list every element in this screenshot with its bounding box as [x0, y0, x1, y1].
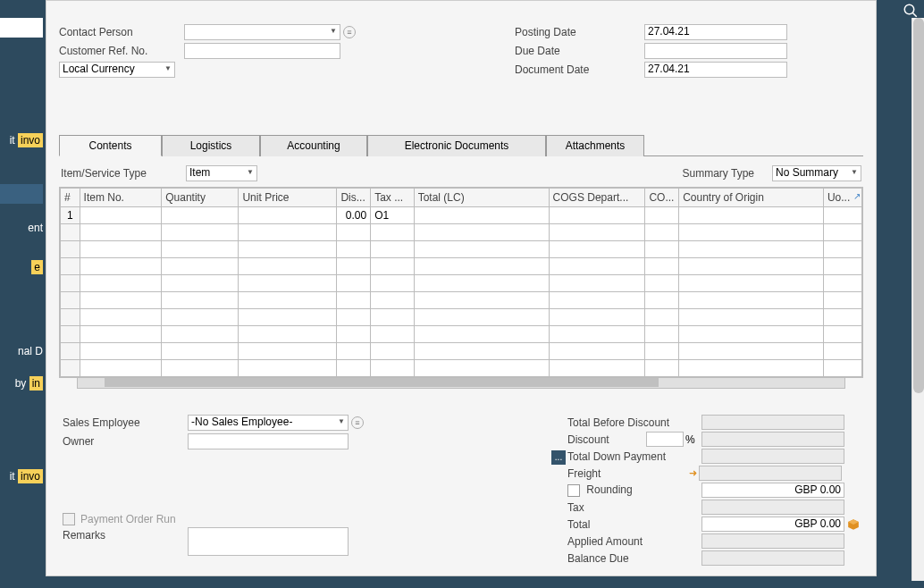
tab-content: Item/Service Type Item Summary Type No S… [59, 156, 863, 389]
grid-column-header[interactable]: Tax ... [371, 189, 415, 207]
grid-horizontal-scrollbar[interactable] [77, 378, 845, 389]
discount-amount-input [701, 432, 844, 447]
table-row[interactable] [61, 343, 862, 360]
grid-column-header[interactable]: # [61, 189, 80, 207]
table-row[interactable] [61, 360, 862, 377]
main-form-window: Name Contact Person ≡ Posting Date 27.04… [46, 0, 877, 576]
background-sidebar: it invo ent e nal D by in it invo [0, 0, 43, 588]
freight-label: Freight [567, 467, 701, 480]
rounding-input: GBP 0.00 [701, 483, 844, 498]
payment-order-label: Payment Order Run [80, 513, 176, 525]
tabs-bar: Contents Logistics Accounting Electronic… [59, 134, 863, 156]
currency-select[interactable]: Local Currency [59, 62, 175, 78]
grid-column-header[interactable]: Quantity [162, 189, 239, 207]
grid-column-header[interactable]: CO... [645, 189, 679, 207]
posting-date-input[interactable]: 27.04.21 [644, 24, 787, 40]
search-icon[interactable] [903, 3, 919, 23]
svg-point-0 [904, 4, 914, 14]
main-vertical-scrollbar[interactable] [911, 18, 924, 581]
table-row[interactable]: 10.00O1 [61, 207, 862, 224]
table-row[interactable] [61, 292, 862, 309]
grid-column-header[interactable]: Country of Origin [679, 189, 824, 207]
contact-person-label: Contact Person [59, 26, 184, 38]
balance-due-label: Balance Due [567, 552, 701, 565]
package-icon[interactable] [847, 518, 860, 531]
sales-employee-select[interactable]: -No Sales Employee- [188, 415, 349, 431]
document-date-label: Document Date [515, 63, 644, 76]
total-before-discount-label: Total Before Discount [567, 416, 701, 429]
grid-column-header[interactable]: COGS Depart... [549, 189, 645, 207]
customer-ref-input[interactable] [184, 43, 340, 59]
total-input: GBP 0.00 [701, 517, 844, 532]
applied-amount-input [701, 533, 844, 549]
grid-column-header[interactable]: Dis... [337, 189, 371, 207]
header-area: Name Contact Person ≡ Posting Date 27.04… [46, 1, 876, 85]
due-date-label: Due Date [515, 45, 644, 57]
info-icon[interactable]: ≡ [351, 416, 364, 429]
remarks-input[interactable] [188, 527, 349, 556]
discount-pct-input[interactable] [646, 432, 684, 447]
item-service-label: Item/Service Type [61, 167, 186, 180]
table-row[interactable] [61, 224, 862, 241]
tax-input [701, 500, 844, 515]
summary-type-label: Summary Type [683, 167, 754, 180]
balance-due-input [701, 550, 844, 566]
expand-grid-icon[interactable]: ↗ [853, 191, 861, 201]
rounding-checkbox[interactable] [567, 484, 580, 497]
svg-line-1 [912, 13, 917, 17]
down-payment-input [701, 449, 844, 464]
owner-input[interactable] [188, 433, 349, 449]
freight-input [699, 466, 842, 481]
tab-attachments[interactable]: Attachments [546, 135, 644, 156]
tax-label: Tax [567, 501, 701, 514]
table-row[interactable] [61, 309, 862, 326]
sidebar-highlight: invo [18, 133, 43, 147]
tabs-area: Contents Logistics Accounting Electronic… [59, 134, 863, 389]
tab-logistics[interactable]: Logistics [162, 135, 260, 156]
customer-ref-label: Customer Ref. No. [59, 45, 184, 57]
grid-column-header[interactable]: Item No. [80, 189, 162, 207]
rounding-label: Rounding [567, 483, 701, 497]
posting-date-label: Posting Date [515, 26, 644, 38]
payment-order-checkbox [63, 513, 75, 525]
total-before-discount-input [701, 415, 844, 430]
item-service-select[interactable]: Item [186, 165, 257, 181]
grid-column-header[interactable]: Total (LC) [414, 189, 549, 207]
down-payment-label: ... Total Down Payment [567, 450, 701, 463]
sales-employee-label: Sales Employee [63, 416, 188, 429]
table-row[interactable] [61, 241, 862, 258]
total-label: Total [567, 518, 701, 531]
applied-amount-label: Applied Amount [567, 535, 701, 548]
totals-area: Total Before Discount Discount % ... [424, 414, 860, 567]
down-payment-ellipsis-button[interactable]: ... [551, 450, 566, 465]
tab-contents[interactable]: Contents [59, 135, 162, 156]
table-row[interactable] [61, 258, 862, 275]
contact-person-select[interactable] [184, 24, 340, 40]
table-row[interactable] [61, 326, 862, 343]
grid-column-header[interactable]: Unit Price [239, 189, 337, 207]
summary-type-select[interactable]: No Summary [772, 165, 861, 181]
owner-label: Owner [63, 435, 188, 448]
tab-accounting[interactable]: Accounting [260, 135, 367, 156]
bottom-area: Sales Employee -No Sales Employee- ≡ Own… [46, 405, 876, 575]
tab-electronic[interactable]: Electronic Documents [367, 135, 546, 156]
document-date-input[interactable]: 27.04.21 [644, 62, 787, 78]
due-date-input[interactable] [644, 43, 787, 59]
line-items-grid[interactable]: ↗ #Item No.QuantityUnit PriceDis...Tax .… [59, 187, 863, 378]
table-row[interactable] [61, 275, 862, 292]
info-icon[interactable]: ≡ [343, 26, 356, 38]
